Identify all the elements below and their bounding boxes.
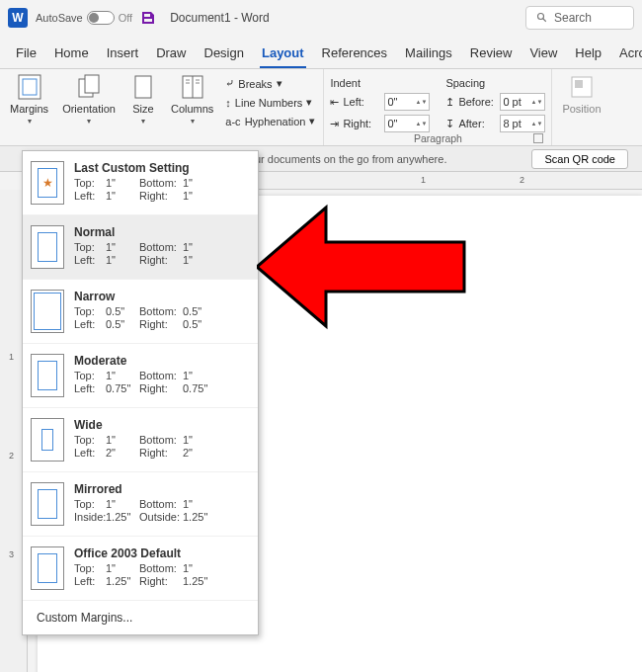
orientation-icon bbox=[75, 73, 103, 101]
chevron-down-icon: ▾ bbox=[141, 117, 145, 126]
margins-option-narrow[interactable]: NarrowTop:0.5"Bottom:0.5"Left:0.5"Right:… bbox=[23, 280, 258, 344]
scan-qr-button[interactable]: Scan QR code bbox=[531, 149, 628, 169]
margin-thumb-icon bbox=[31, 418, 64, 462]
toggle-icon[interactable] bbox=[87, 11, 115, 25]
spacing-heading: Spacing bbox=[445, 77, 545, 89]
margin-thumb-icon bbox=[31, 225, 64, 269]
margin-option-name: Normal bbox=[74, 225, 248, 239]
margin-thumb-icon: ★ bbox=[31, 161, 64, 205]
save-icon[interactable] bbox=[140, 10, 156, 26]
size-label: Size bbox=[132, 103, 153, 115]
margin-thumb-icon bbox=[31, 290, 64, 333]
columns-icon bbox=[179, 73, 206, 101]
position-button: Position bbox=[558, 71, 604, 117]
svg-point-0 bbox=[538, 14, 544, 20]
position-label: Position bbox=[562, 103, 601, 115]
margins-option-last-custom-setting[interactable]: ★Last Custom SettingTop:1"Bottom:1"Left:… bbox=[23, 151, 258, 215]
search-icon bbox=[536, 12, 548, 24]
tab-draw[interactable]: Draw bbox=[154, 42, 188, 68]
margins-option-wide[interactable]: WideTop:1"Bottom:1"Left:2"Right:2" bbox=[23, 408, 258, 472]
tab-help[interactable]: Help bbox=[573, 42, 603, 68]
indent-heading: Indent bbox=[330, 77, 430, 89]
word-app-icon: W bbox=[8, 8, 28, 28]
margins-icon bbox=[16, 73, 43, 101]
spacing-before-input[interactable]: 0 pt▲▼ bbox=[500, 93, 545, 111]
search-placeholder: Search bbox=[554, 11, 592, 25]
ribbon-tabs: FileHomeInsertDrawDesignLayoutReferences… bbox=[0, 36, 642, 69]
orientation-label: Orientation bbox=[62, 103, 116, 115]
svg-rect-14 bbox=[575, 80, 583, 88]
tab-mailings[interactable]: Mailings bbox=[403, 42, 454, 68]
search-input[interactable]: Search bbox=[525, 6, 634, 30]
margin-option-name: Last Custom Setting bbox=[74, 161, 248, 175]
ribbon: Margins ▾ Orientation ▾ Size ▾ Columns ▾… bbox=[0, 69, 642, 146]
autosave-toggle[interactable]: AutoSave Off bbox=[36, 11, 132, 25]
chevron-down-icon: ▾ bbox=[191, 117, 195, 126]
tab-home[interactable]: Home bbox=[52, 42, 91, 68]
tab-references[interactable]: References bbox=[320, 42, 389, 68]
svg-line-1 bbox=[543, 19, 546, 22]
tab-view[interactable]: View bbox=[527, 42, 559, 68]
tab-acro[interactable]: Acro bbox=[617, 42, 642, 68]
margin-thumb-icon bbox=[31, 546, 64, 590]
indent-left-input[interactable]: 0"▲▼ bbox=[384, 93, 430, 111]
group-page-setup: Margins ▾ Orientation ▾ Size ▾ Columns ▾… bbox=[0, 69, 324, 145]
columns-button[interactable]: Columns ▾ bbox=[167, 71, 217, 127]
spacing-after-icon: ↧ bbox=[445, 118, 454, 130]
document-title: Document1 - Word bbox=[170, 11, 269, 25]
svg-rect-5 bbox=[85, 75, 99, 93]
size-icon bbox=[129, 73, 157, 101]
position-icon bbox=[568, 73, 596, 101]
spacing-after[interactable]: ↧ After: 8 pt▲▼ bbox=[445, 115, 545, 132]
spacing-before[interactable]: ↥ Before: 0 pt▲▼ bbox=[445, 93, 545, 111]
margins-button[interactable]: Margins ▾ bbox=[6, 71, 52, 127]
orientation-button[interactable]: Orientation ▾ bbox=[58, 71, 120, 127]
columns-label: Columns bbox=[171, 103, 213, 115]
custom-margins-button[interactable]: Custom Margins... bbox=[23, 601, 258, 634]
indent-left-icon: ⇤ bbox=[330, 96, 339, 109]
tab-layout[interactable]: Layout bbox=[260, 42, 306, 68]
spacing-after-input[interactable]: 8 pt▲▼ bbox=[500, 115, 545, 132]
paragraph-group-label: Paragraph bbox=[330, 132, 545, 145]
size-button[interactable]: Size ▾ bbox=[125, 71, 161, 127]
margins-label: Margins bbox=[10, 103, 48, 115]
indent-right-icon: ⇥ bbox=[330, 118, 339, 130]
margin-option-name: Wide bbox=[74, 418, 248, 432]
title-bar: W AutoSave Off Document1 - Word Search bbox=[0, 0, 642, 36]
spacing-before-icon: ↥ bbox=[445, 96, 454, 109]
chevron-down-icon: ▾ bbox=[87, 117, 91, 126]
tab-review[interactable]: Review bbox=[468, 42, 515, 68]
svg-rect-6 bbox=[135, 76, 151, 98]
autosave-label: AutoSave bbox=[36, 12, 83, 24]
info-text: ur documents on the go from anywhere. bbox=[255, 153, 446, 165]
margin-option-name: Office 2003 Default bbox=[74, 546, 248, 560]
margins-option-moderate[interactable]: ModerateTop:1"Bottom:1"Left:0.75"Right:0… bbox=[23, 344, 258, 408]
group-arrange: Position bbox=[552, 69, 610, 145]
autosave-state: Off bbox=[119, 12, 132, 24]
margin-thumb-icon bbox=[31, 354, 64, 397]
tab-design[interactable]: Design bbox=[202, 42, 246, 68]
margin-option-name: Moderate bbox=[74, 354, 248, 368]
indent-right-input[interactable]: 0"▲▼ bbox=[384, 115, 430, 132]
margin-option-name: Narrow bbox=[74, 290, 248, 303]
group-paragraph: Indent ⇤ Left: 0"▲▼ ⇥ Right: 0"▲▼ Spacin… bbox=[324, 69, 552, 145]
indent-left[interactable]: ⇤ Left: 0"▲▼ bbox=[330, 93, 430, 111]
margins-option-office-2003-default[interactable]: Office 2003 DefaultTop:1"Bottom:1"Left:1… bbox=[23, 537, 258, 601]
dialog-launcher-icon[interactable] bbox=[533, 133, 543, 143]
line-numbers-button[interactable]: ↕Line Numbers▾ bbox=[223, 94, 317, 111]
tab-file[interactable]: File bbox=[14, 42, 39, 68]
breaks-button[interactable]: ⤶Breaks▾ bbox=[223, 75, 317, 92]
margin-option-name: Mirrored bbox=[74, 482, 248, 496]
hyphenation-button[interactable]: a-cHyphenation▾ bbox=[223, 113, 317, 129]
margin-thumb-icon bbox=[31, 482, 64, 526]
tab-insert[interactable]: Insert bbox=[105, 42, 141, 68]
chevron-down-icon: ▾ bbox=[28, 117, 32, 126]
margins-option-mirrored[interactable]: MirroredTop:1"Bottom:1"Inside:1.25"Outsi… bbox=[23, 472, 258, 537]
indent-right[interactable]: ⇥ Right: 0"▲▼ bbox=[330, 115, 430, 132]
margins-dropdown: ★Last Custom SettingTop:1"Bottom:1"Left:… bbox=[22, 150, 259, 635]
margins-option-normal[interactable]: NormalTop:1"Bottom:1"Left:1"Right:1" bbox=[23, 215, 258, 280]
